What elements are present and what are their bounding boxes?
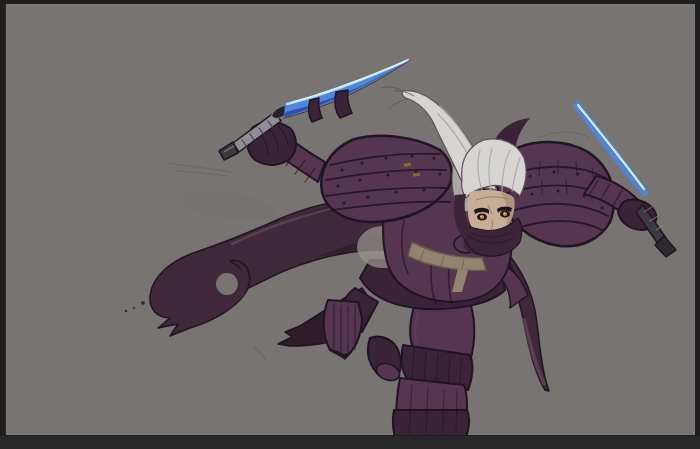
right-eye [503, 212, 507, 216]
cape-curl-gap [216, 273, 238, 295]
warrior-illustration [0, 0, 700, 449]
frame-bottom-strip [0, 436, 700, 449]
artwork-figure [0, 0, 700, 449]
shin-band [393, 410, 469, 438]
left-eye [480, 215, 484, 219]
